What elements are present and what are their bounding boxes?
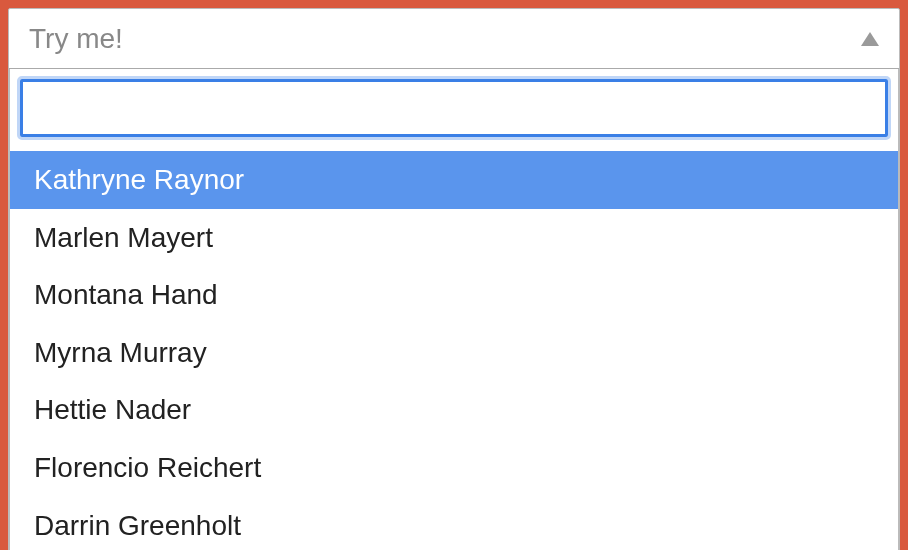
option-item[interactable]: Florencio Reichert	[10, 439, 898, 497]
search-input[interactable]	[20, 79, 888, 137]
select-placeholder: Try me!	[29, 23, 123, 55]
option-item[interactable]: Hettie Nader	[10, 381, 898, 439]
option-item[interactable]: Kathryne Raynor	[10, 151, 898, 209]
search-wrapper	[10, 69, 898, 143]
select-header[interactable]: Try me!	[9, 9, 899, 69]
option-item[interactable]: Myrna Murray	[10, 324, 898, 382]
select-dropdown: Kathryne RaynorMarlen MayertMontana Hand…	[9, 69, 899, 550]
option-item[interactable]: Montana Hand	[10, 266, 898, 324]
option-item[interactable]: Marlen Mayert	[10, 209, 898, 267]
select-container: Try me! Kathryne RaynorMarlen MayertMont…	[8, 8, 900, 550]
caret-up-icon	[861, 32, 879, 46]
options-list: Kathryne RaynorMarlen MayertMontana Hand…	[10, 151, 898, 550]
option-item[interactable]: Darrin Greenholt	[10, 497, 898, 550]
